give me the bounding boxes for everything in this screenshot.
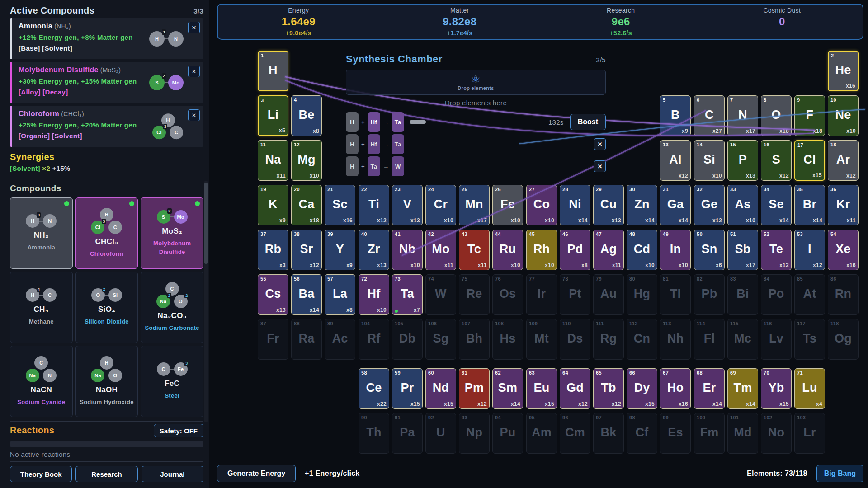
element-tile-Sc[interactable]: 21Scx16 [325, 185, 355, 225]
element-tile-I[interactable]: 53Ix12 [794, 230, 825, 270]
element-tile-Te[interactable]: 52Tex12 [761, 230, 792, 270]
element-tile-K[interactable]: 19Kx9 [258, 185, 288, 225]
element-tile-Nb[interactable]: 41Nbx10 [392, 230, 423, 270]
element-tile-Ne[interactable]: 10Nex10 [828, 95, 859, 136]
element-tile-Na[interactable]: 11Nax11 [258, 140, 288, 181]
element-tile-Sr[interactable]: 38Srx12 [291, 230, 322, 270]
element-tile-Ga[interactable]: 31Gax14 [660, 185, 691, 225]
element-count: x14 [746, 401, 755, 407]
element-tile-Ho[interactable]: 67Hox16 [660, 368, 691, 409]
element-tile-Ba[interactable]: 56Bax14 [291, 274, 322, 315]
element-tile-Pd[interactable]: 46Pdx8 [560, 230, 590, 270]
big-bang-button[interactable]: Big Bang [816, 465, 863, 482]
element-tile-O[interactable]: 8Ox18 [761, 95, 792, 136]
element-tile-La[interactable]: 57Lax8 [325, 274, 355, 315]
compound-card-NaOH[interactable]: HNaONaOHSodium Hydroxide [75, 346, 138, 417]
element-tile-Rh[interactable]: 45Rhx10 [526, 230, 557, 270]
remove-compound-button[interactable]: ✕ [188, 109, 200, 121]
element-tile-Eu[interactable]: 63Eux15 [526, 368, 557, 409]
element-tile-Hf[interactable]: 72Hfx10 [359, 274, 389, 315]
element-tile-Tb[interactable]: 65Tbx12 [593, 368, 624, 409]
element-tile-Sm[interactable]: 62Smx14 [492, 368, 523, 409]
element-tile-Ar[interactable]: 18Arx12 [828, 140, 859, 181]
element-tile-Mg[interactable]: 12Mgx10 [291, 140, 322, 181]
element-tile-Cs[interactable]: 55Csx13 [258, 274, 288, 315]
element-tile-Se[interactable]: 34Sex14 [761, 185, 792, 225]
element-tile-Er[interactable]: 68Erx14 [694, 368, 725, 409]
element-tile-Ge[interactable]: 32Gex12 [694, 185, 725, 225]
element-tile-Ti[interactable]: 22Tix12 [359, 185, 389, 225]
sidebar-scrollbar[interactable] [204, 181, 208, 422]
compound-card-NH₃[interactable]: H3NNH₃Ammonia [10, 197, 73, 269]
nav-button-research[interactable]: Research [75, 466, 137, 482]
element-tile-S[interactable]: 16Sx12 [761, 140, 792, 181]
element-tile-Cu[interactable]: 29Cux13 [593, 185, 624, 225]
element-tile-Lu[interactable]: 71Lux4 [794, 368, 825, 409]
element-tile-Sn[interactable]: 50Snx6 [694, 230, 725, 270]
element-tile-Al[interactable]: 13Alx12 [660, 140, 691, 181]
nav-button-journal[interactable]: Journal [142, 466, 203, 482]
element-drop-zone[interactable]: ⚛ Drop elements [346, 70, 606, 95]
element-tile-Fe[interactable]: 26Fex10 [492, 185, 523, 225]
element-tile-C[interactable]: 6Cx27 [694, 95, 725, 136]
element-tile-Gd[interactable]: 64Gdx12 [560, 368, 590, 409]
element-tile-Tm[interactable]: 69Tmx14 [727, 368, 758, 409]
nav-button-theory-book[interactable]: Theory Book [10, 466, 72, 482]
compound-card-SiO₂[interactable]: O2SiSiO₂Silicon Dioxide [75, 272, 138, 343]
element-tile-Ce[interactable]: 58Cex22 [359, 368, 389, 409]
element-tile-Ta[interactable]: 73Tax7 [392, 274, 423, 315]
element-symbol: Ba [298, 287, 314, 301]
element-tile-Dy[interactable]: 66Dyx15 [627, 368, 657, 409]
element-tile-Y[interactable]: 39Yx9 [325, 230, 355, 270]
element-tile-Ru[interactable]: 44Rux10 [492, 230, 523, 270]
element-tile-Rb[interactable]: 37Rbx3 [258, 230, 288, 270]
element-tile-H[interactable]: 1H [258, 51, 288, 91]
compound-card-CH₄[interactable]: H4CCH₄Methane [10, 272, 73, 343]
element-tile-Cr[interactable]: 24Crx10 [425, 185, 456, 225]
element-tile-Cl[interactable]: 17Clx15 [794, 140, 825, 181]
element-tile-Br[interactable]: 35Brx14 [794, 185, 825, 225]
element-tile-Co[interactable]: 27Cox10 [526, 185, 557, 225]
element-tile-Xe[interactable]: 54Xex16 [828, 230, 859, 270]
remove-compound-button[interactable]: ✕ [188, 22, 200, 33]
element-tile-Nd[interactable]: 60Ndx15 [425, 368, 456, 409]
remove-compound-button[interactable]: ✕ [188, 66, 200, 77]
element-tile-Li[interactable]: 3Lix5 [258, 95, 288, 136]
element-tile-Ag[interactable]: 47Agx11 [593, 230, 624, 270]
element-tile-Cd[interactable]: 48Cdx10 [627, 230, 657, 270]
compound-card-MoS₂[interactable]: S2MoMoS₂Molybdenum Disulfide [141, 197, 203, 269]
element-tile-Tc[interactable]: 43Tcx11 [459, 230, 490, 270]
element-tile-Pm[interactable]: 61Pmx12 [459, 368, 490, 409]
element-tile-N[interactable]: 7Nx17 [727, 95, 758, 136]
element-tile-Kr[interactable]: 36Krx11 [828, 185, 859, 225]
element-tile-Pr[interactable]: 59Prx15 [392, 368, 423, 409]
element-tile-In[interactable]: 49Inx10 [660, 230, 691, 270]
compound-card-NaCN[interactable]: CNaNNaCNSodium Cyanide [10, 346, 73, 417]
element-tile-P[interactable]: 15Px13 [727, 140, 758, 181]
compound-card-FeC[interactable]: CFe3FeCSteel [141, 346, 203, 417]
element-tile-Sb[interactable]: 51Sbx17 [727, 230, 758, 270]
element-tile-As[interactable]: 33Asx10 [727, 185, 758, 225]
element-tile-Ni[interactable]: 28Nix14 [560, 185, 590, 225]
element-tile-F[interactable]: 9Fx18 [794, 95, 825, 136]
element-tile-Yb[interactable]: 70Ybx15 [761, 368, 792, 409]
safety-toggle-button[interactable]: Safety: OFF [154, 424, 203, 437]
compound-card-CHCl₃[interactable]: HCl3CCHCl₃Chloroform [75, 197, 138, 269]
generate-energy-button[interactable]: Generate Energy [217, 465, 296, 482]
element-tile-He[interactable]: 2Hex16 [828, 51, 859, 91]
element-tile-Ca[interactable]: 20Cax18 [291, 185, 322, 225]
element-tile-V[interactable]: 23Vx13 [392, 185, 423, 225]
element-tile-Zr[interactable]: 40Zrx13 [359, 230, 389, 270]
element-tile-Mo[interactable]: 42Mox11 [425, 230, 456, 270]
element-tile-Si[interactable]: 14Six10 [694, 140, 725, 181]
element-count: x14 [679, 217, 688, 224]
scrollbar-thumb[interactable] [204, 183, 208, 264]
boost-button[interactable]: Boost [570, 114, 606, 130]
compound-card-Na₂CO₃[interactable]: CNa2O2Na₂CO₃Sodium Carbonate [141, 272, 203, 343]
cancel-queue-button[interactable]: ✕ [594, 138, 606, 150]
cancel-queue-button[interactable]: ✕ [594, 160, 606, 172]
element-tile-B[interactable]: 5Bx9 [660, 95, 691, 136]
element-tile-Be[interactable]: 4Bex8 [291, 95, 322, 136]
element-tile-Mn[interactable]: 25Mnx17 [459, 185, 490, 225]
element-tile-Zn[interactable]: 30Znx14 [627, 185, 657, 225]
